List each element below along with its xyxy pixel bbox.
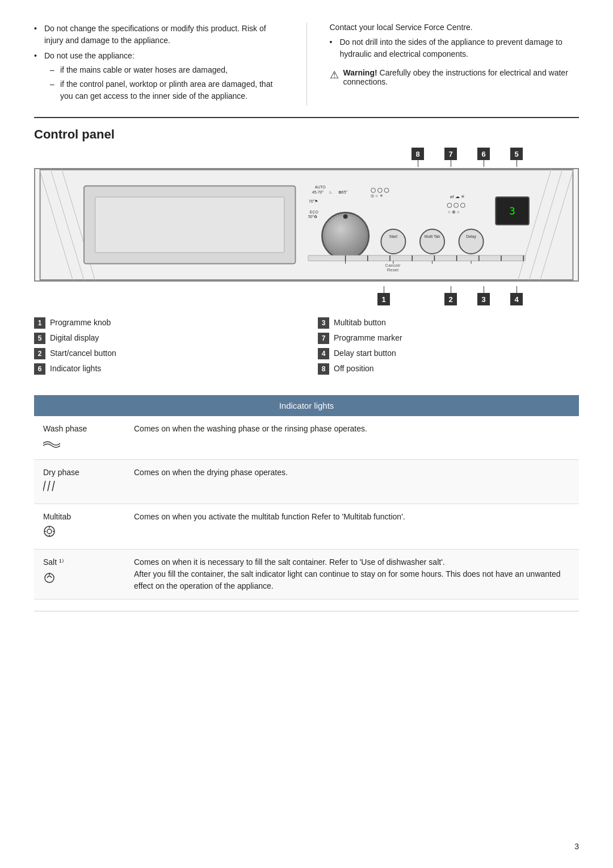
table-row-dry: Dry phase Comes on when the drying phase… (34, 460, 579, 504)
diagram-wrapper: 8 7 6 5 (34, 148, 579, 305)
num-col-6: 6 (472, 148, 495, 167)
legend-num-3: 3 (318, 317, 329, 329)
tick-8 (418, 160, 418, 167)
svg-rect-39 (308, 255, 525, 261)
dry-phase-label: Dry phase (43, 467, 116, 479)
sub-item-2: if the control panel, worktop or plinth … (50, 78, 284, 102)
warning-label: Warning! (343, 68, 377, 77)
legend-label-1: Programme knob (50, 317, 111, 329)
table-row-wash: Wash phase Comes on when the washing pha… (34, 416, 579, 460)
bullet-list-right: Do not drill into the sides of the appli… (330, 36, 580, 60)
svg-text:Start: Start (389, 234, 398, 238)
svg-point-26 (381, 229, 405, 254)
bottom-divider (34, 611, 579, 611)
salt-icon (43, 571, 116, 588)
svg-point-28 (420, 229, 444, 254)
svg-text:✿65°: ✿65° (338, 190, 348, 194)
legend-item-3: 3 Multitab button (318, 317, 579, 329)
wash-phase-cell: Wash phase (34, 416, 125, 460)
indicator-table: Indicator lights Wash phase Comes on whe… (34, 395, 579, 599)
multitab-desc: Comes on when you activate the multitab … (125, 504, 579, 550)
tick-1 (384, 286, 384, 293)
legend-label-7: Programme marker (334, 332, 402, 344)
svg-text:◎ ☼ ✳: ◎ ☼ ✳ (371, 194, 383, 198)
tick-7 (451, 160, 451, 167)
num-badge-6: 6 (477, 148, 490, 160)
dry-phase-cell: Dry phase (34, 460, 125, 504)
num-col-4: 4 (505, 286, 528, 305)
legend-item-6: 6 Indicator lights (34, 363, 295, 375)
legend-label-8: Off position (334, 363, 374, 375)
num-col-2: 2 (439, 286, 462, 305)
num-col-8: 8 (406, 148, 429, 167)
legend-num-1: 1 (34, 317, 45, 329)
num-badge-2: 2 (444, 293, 457, 305)
svg-rect-9 (95, 197, 284, 253)
legend-label-4: Delay start button (334, 347, 396, 359)
num-col-1: 1 (372, 286, 395, 305)
svg-text:Delay: Delay (466, 234, 476, 239)
salt-desc: Comes on when it is necessary to fill th… (125, 550, 579, 599)
table-row-multitab: Multitab Comes on when you activate the … (34, 504, 579, 550)
legend-num-5: 5 (34, 333, 45, 344)
bullet-right-1: Do not drill into the sides of the appli… (330, 36, 580, 60)
vertical-divider (306, 23, 307, 106)
svg-point-21 (322, 212, 368, 259)
legend-num-6: 6 (34, 363, 45, 375)
section-title: Control panel (34, 127, 579, 142)
multitab-cell: Multitab (34, 504, 125, 550)
wash-phase-icon (43, 437, 116, 452)
num-badge-1: 1 (377, 293, 390, 305)
svg-text:AUTO: AUTO (315, 185, 326, 189)
svg-text:○ ⊕ ○: ○ ⊕ ○ (448, 209, 460, 215)
top-numbers-row: 8 7 6 5 (34, 148, 579, 167)
legend-num-8: 8 (318, 363, 329, 375)
num-badge-8: 8 (412, 148, 424, 160)
bullet-item-1: Do not change the specifications or modi… (34, 23, 284, 47)
table-row-salt: Salt ¹⁾ Comes on when it is necessary to… (34, 550, 579, 599)
num-col-3: 3 (472, 286, 495, 305)
panel-image: AUTO 45-70° ♨ ✿65° 70°⚑ ECO 50°✿ ◎ ☼ ✳ (34, 168, 579, 282)
indicator-table-header: Indicator lights (34, 395, 579, 416)
legend-label-3: Multitab button (334, 317, 386, 329)
legend-item-1: 1 Programme knob (34, 317, 295, 329)
svg-line-55 (52, 481, 54, 491)
legend-item-7: 7 Programme marker (318, 332, 579, 344)
warning-icon: ⚠ (330, 68, 339, 82)
svg-point-30 (459, 229, 484, 254)
legend-item-4: 4 Delay start button (318, 347, 579, 359)
multitab-label: Multitab (43, 511, 116, 523)
legend-num-4: 4 (318, 348, 329, 359)
legend-label-5: Digital display (50, 332, 99, 344)
top-right-column: Contact your local Service Force Centre.… (330, 23, 580, 106)
panel-svg: AUTO 45-70° ♨ ✿65° 70°⚑ ECO 50°✿ ◎ ☼ ✳ (35, 169, 578, 280)
wash-phase-desc: Comes on when the washing phase or the r… (125, 416, 579, 460)
legend-num-7: 7 (318, 333, 329, 344)
num-col-7: 7 (439, 148, 462, 167)
tick-5 (517, 160, 517, 167)
svg-text:Reset: Reset (387, 267, 399, 272)
tick-2 (451, 286, 451, 293)
bottom-numbers-row: 1 2 3 4 (34, 286, 579, 305)
svg-text:Multi Tab: Multi Tab (425, 234, 440, 238)
tick-4 (517, 286, 517, 293)
tick-6 (484, 160, 484, 167)
legend-label-2: Start/cancel button (50, 347, 116, 359)
svg-text:Cancel/: Cancel/ (385, 263, 401, 268)
section-divider (34, 117, 579, 118)
dry-phase-desc: Comes on when the drying phase operates. (125, 460, 579, 504)
legend-list: 1 Programme knob 5 Digital display 2 Sta… (34, 317, 579, 378)
dry-phase-icon (43, 481, 116, 497)
legend-label-6: Indicator lights (50, 363, 101, 375)
svg-text:♨: ♨ (329, 190, 332, 194)
svg-point-23 (343, 214, 348, 219)
warning-text: Warning! Carefully obey the instructions… (343, 68, 580, 86)
bullet-text-1: Do not change the specifications or modi… (44, 24, 266, 45)
salt-cell: Salt ¹⁾ (34, 550, 125, 599)
service-centre-text: Contact your local Service Force Centre. (330, 23, 580, 32)
num-col-5: 5 (505, 148, 528, 167)
top-left-column: Do not change the specifications or modi… (34, 23, 284, 106)
num-badge-5: 5 (510, 148, 523, 160)
svg-text:3: 3 (509, 206, 515, 217)
bullet-text-2: Do not use the appliance: (44, 51, 135, 60)
